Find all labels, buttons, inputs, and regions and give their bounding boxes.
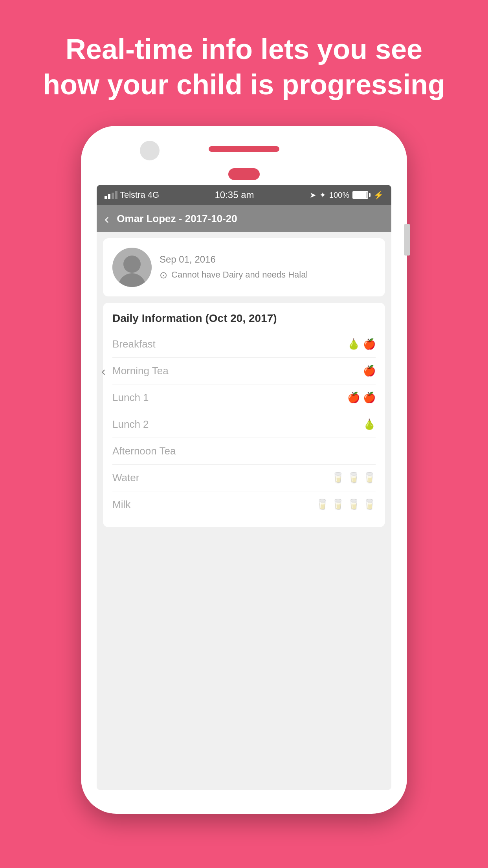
pear-icon: 🍐 [347,338,360,350]
profile-date: Sep 01, 2016 [160,254,308,265]
meal-label-morning-tea: Morning Tea [112,365,169,377]
page-title: Omar Lopez - 2017-10-20 [117,213,237,225]
apple-icon: 🍎 [363,338,376,350]
meal-row-lunch1[interactable]: Lunch 1 🍎 🍎 [112,384,376,411]
alert-icon: ⊙ [160,270,167,281]
meal-row-breakfast[interactable]: Breakfast 🍐 🍎 [112,331,376,358]
meal-icons-lunch2: 🍐 [363,418,376,430]
signal-bar-2 [108,194,110,199]
phone-camera [140,141,160,160]
profile-info: Sep 01, 2016 ⊙ Cannot have Dairy and nee… [160,254,308,281]
signal-bars [105,191,117,199]
pear-icon-2: 🍐 [363,418,376,430]
charge-icon: ⚡ [374,190,383,200]
screen-content: Sep 01, 2016 ⊙ Cannot have Dairy and nee… [97,232,391,790]
carrier-label: Telstra [120,190,145,200]
avatar [112,248,152,287]
cup-icon-4: 🥛 [316,498,328,511]
battery-body [352,191,368,199]
nav-header: ‹ Omar Lopez - 2017-10-20 [97,205,391,232]
daily-info-card: Daily Information (Oct 20, 2017) Breakfa… [103,303,385,527]
cup-icon-3: 🥛 [363,472,376,484]
status-time: 10:35 am [215,189,254,200]
phone-home-button[interactable] [228,168,260,180]
battery-tip [369,193,371,197]
location-icon: ➤ [310,190,316,200]
apple-icon-4: 🍎 [363,392,376,404]
status-right: ➤ ✦ 100% ⚡ [310,190,383,200]
meal-label-lunch2: Lunch 2 [112,418,149,430]
status-bar: Telstra 4G 10:35 am ➤ ✦ 100% ⚡ [97,185,391,205]
meal-label-lunch1: Lunch 1 [112,392,149,404]
signal-bar-4 [115,191,117,199]
cup-icon-7: 🥛 [363,498,376,511]
meal-icons-breakfast: 🍐 🍎 [347,338,376,350]
network-label: 4G [148,190,159,200]
meal-label-breakfast: Breakfast [112,338,156,350]
meal-row-lunch2[interactable]: Lunch 2 🍐 [112,411,376,438]
phone-device: Telstra 4G 10:35 am ➤ ✦ 100% ⚡ ‹ Omar Lo… [81,126,407,814]
phone-speaker [209,146,279,152]
battery-icon [352,191,371,199]
meal-icons-morning-tea: 🍎 [363,365,376,377]
signal-bar-3 [112,193,114,199]
allergy-text: Cannot have Dairy and needs Halal [171,269,308,281]
meal-icons-milk: 🥛 🥛 🥛 🥛 [316,498,376,511]
headline-text: Real-time info lets you see how your chi… [0,0,488,126]
profile-card: Sep 01, 2016 ⊙ Cannot have Dairy and nee… [103,238,385,296]
battery-percent: 100% [329,191,349,200]
cup-icon-5: 🥛 [332,498,344,511]
meal-row-afternoon-tea[interactable]: Afternoon Tea [112,438,376,465]
meal-label-water: Water [112,472,139,484]
svg-point-1 [123,256,141,273]
bluetooth-icon: ✦ [319,190,326,200]
cup-icon-2: 🥛 [347,472,360,484]
meal-row-morning-tea[interactable]: ‹ Morning Tea 🍎 [112,358,376,384]
signal-bar-1 [105,196,107,199]
meal-row-milk[interactable]: Milk 🥛 🥛 🥛 🥛 [112,491,376,518]
phone-side-button [404,224,410,256]
meal-row-water[interactable]: Water 🥛 🥛 🥛 [112,465,376,491]
phone-screen: Telstra 4G 10:35 am ➤ ✦ 100% ⚡ ‹ Omar Lo… [97,185,391,790]
cup-icon-6: 🥛 [347,498,360,511]
apple-icon-3: 🍎 [347,392,360,404]
meal-label-milk: Milk [112,498,130,511]
back-button[interactable]: ‹ [105,211,109,226]
meal-icons-water: 🥛 🥛 🥛 [332,472,376,484]
cup-icon-1: 🥛 [332,472,344,484]
meal-icons-lunch1: 🍎 🍎 [347,392,376,404]
battery-fill [353,192,367,198]
status-left: Telstra 4G [105,190,159,200]
daily-info-title: Daily Information (Oct 20, 2017) [112,312,376,325]
meal-label-afternoon-tea: Afternoon Tea [112,445,176,457]
profile-allergy: ⊙ Cannot have Dairy and needs Halal [160,269,308,281]
apple-icon-2: 🍎 [363,365,376,377]
back-arrow-overlay: ‹ [101,364,106,378]
